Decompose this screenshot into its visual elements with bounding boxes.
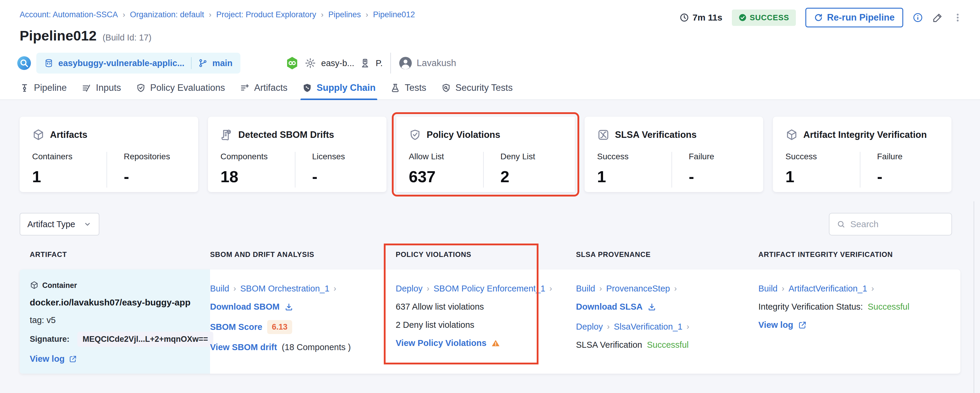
shield-search-icon <box>441 83 451 93</box>
allow-list-violations: 637 Allow list violations <box>396 302 484 312</box>
view-log-link[interactable]: View log <box>758 320 793 330</box>
slsa-icon <box>597 129 609 141</box>
external-link-icon <box>798 321 807 329</box>
artifact-integrity-cell: Build› ArtifactVerification_1› Integrity… <box>743 270 960 374</box>
artifact-type-dropdown[interactable]: Artifact Type <box>20 213 99 235</box>
stat-value: - <box>689 167 714 186</box>
view-log-link[interactable]: View log <box>30 354 65 364</box>
breadcrumb-separator: › <box>209 10 212 19</box>
integrity-step-link[interactable]: ArtifactVerification_1 <box>789 284 867 294</box>
card-title: Artifacts <box>50 129 88 140</box>
slsa-verification-label: SLSA Verification <box>576 340 642 350</box>
signature-value[interactable]: MEQCICde2Vjl...L+2+mqnOXw== <box>77 332 213 347</box>
download-icon <box>285 302 293 312</box>
sbom-stage-link[interactable]: Build <box>210 284 229 294</box>
rerun-pipeline-button[interactable]: Re-run Pipeline <box>805 8 903 27</box>
shield-check-icon <box>409 129 421 141</box>
repository-name[interactable]: easybuggy-vulnerable-applic... <box>58 58 185 68</box>
card-title: Policy Violations <box>426 129 500 140</box>
sbom-scroll-icon <box>220 129 233 141</box>
sbom-score-link[interactable]: SBOM Score <box>210 322 262 332</box>
stat-label: Licenses <box>312 152 345 161</box>
rerun-pipeline-label: Re-run Pipeline <box>827 12 895 23</box>
tab-security-tests[interactable]: Security Tests <box>441 76 512 100</box>
user-avatar-icon <box>399 56 412 70</box>
filter-row: Artifact Type <box>20 213 960 235</box>
scrollbar[interactable] <box>974 201 974 393</box>
stat-value: - <box>124 167 170 186</box>
more-options-icon[interactable] <box>953 13 963 22</box>
card-title: SLSA Verifications <box>615 129 697 140</box>
slsa-verify-step-link[interactable]: SlsaVerification_1 <box>614 322 682 332</box>
user-name: Lavakush <box>417 58 456 69</box>
build-id: (Build Id: 17) <box>103 33 151 43</box>
table-header-row: ARTIFACT SBOM AND DRIFT ANALYSIS POLICY … <box>20 251 960 259</box>
tab-inputs-label: Inputs <box>96 83 121 93</box>
artifact-cell: Container docker.io/lavakush07/easy-bugg… <box>20 270 210 374</box>
stat-label: Repositories <box>124 152 170 161</box>
tab-inputs[interactable]: Inputs <box>81 76 121 100</box>
breadcrumb-pipelines[interactable]: Pipelines <box>328 10 361 19</box>
trigger-group: easy-b... P. <box>285 56 383 70</box>
download-icon <box>648 302 656 312</box>
stat-label: Components <box>220 152 295 161</box>
breadcrumb: Account: Automation-SSCA› Organization: … <box>20 10 415 19</box>
title-row: Pipeline012 (Build Id: 17) <box>20 27 151 44</box>
breadcrumb-organization[interactable]: Organization: default <box>130 10 204 19</box>
slsa-verify-stage-link[interactable]: Deploy <box>576 322 603 332</box>
branch-name[interactable]: main <box>212 58 233 68</box>
artifact-image-name: docker.io/lavakush07/easy-buggy-app <box>30 297 210 308</box>
policy-step-link[interactable]: SBOM Policy Enforcement_1 <box>433 284 545 294</box>
tab-policy-evaluations-label: Policy Evaluations <box>150 83 225 93</box>
stat-value: - <box>877 167 903 186</box>
stat-label: Failure <box>689 152 714 161</box>
breadcrumb-separator: › <box>321 10 324 19</box>
header-actions: 7m 11s SUCCESS Re-run Pipeline <box>679 8 963 27</box>
breadcrumb-account[interactable]: Account: Automation-SSCA <box>20 10 118 19</box>
artifact-type-chip: Container <box>42 281 77 290</box>
edit-icon[interactable] <box>932 12 943 23</box>
external-link-icon <box>69 355 77 363</box>
slsa-provenance-stage-link[interactable]: Build <box>576 284 595 294</box>
repository-icon <box>44 58 54 68</box>
info-icon[interactable] <box>913 13 923 22</box>
stat-label: Failure <box>877 152 903 161</box>
inputs-icon <box>81 83 91 93</box>
cube-icon <box>786 129 798 141</box>
stat-value: - <box>312 167 345 186</box>
col-header-sbom: SBOM AND DRIFT ANALYSIS <box>210 251 388 259</box>
chevron-down-icon <box>83 220 92 228</box>
shield-check-icon <box>136 83 146 93</box>
search-box <box>829 213 952 235</box>
download-sbom-link[interactable]: Download SBOM <box>210 302 280 312</box>
tab-supply-chain-label: Supply Chain <box>317 83 375 93</box>
policy-violations-card: Policy Violations Allow List637 Deny Lis… <box>396 117 575 192</box>
policy-stage-link[interactable]: Deploy <box>396 284 422 294</box>
stat-value: 1 <box>597 167 671 186</box>
card-title: Detected SBOM Drifts <box>238 129 334 140</box>
slsa-provenance-step-link[interactable]: ProvenanceStep <box>606 284 670 294</box>
tab-tests[interactable]: Tests <box>390 76 426 100</box>
breadcrumb-project[interactable]: Project: Product Exploratory <box>216 10 316 19</box>
stat-label: Success <box>597 152 671 161</box>
tab-policy-evaluations[interactable]: Policy Evaluations <box>136 76 225 100</box>
download-slsa-link[interactable]: Download SLSA <box>576 302 643 312</box>
sbom-step-link[interactable]: SBOM Orchestration_1 <box>240 284 329 294</box>
search-input[interactable] <box>850 219 944 229</box>
sbom-drifts-card: Detected SBOM Drifts Components18 Licens… <box>208 117 387 192</box>
breadcrumb-pipeline012[interactable]: Pipeline012 <box>373 10 415 19</box>
trigger-pipeline-name[interactable]: easy-b... <box>321 58 354 68</box>
slsa-verifications-card: SLSA Verifications Success1 Failure- <box>585 117 763 192</box>
harness-ci-icon <box>285 56 299 70</box>
integrity-stage-link[interactable]: Build <box>758 284 778 294</box>
tab-supply-chain[interactable]: Supply Chain <box>302 76 375 100</box>
repository-pill[interactable]: easybuggy-vulnerable-applic... main <box>36 53 240 73</box>
tab-pipeline[interactable]: Pipeline <box>20 76 67 100</box>
search-icon <box>837 220 846 228</box>
view-sbom-drift-link[interactable]: View SBOM drift <box>210 342 277 352</box>
trigger-short-label: P. <box>376 58 383 68</box>
view-policy-violations-link[interactable]: View Policy Violations <box>396 338 487 348</box>
artifact-tag: tag: v5 <box>30 315 210 325</box>
tab-artifacts[interactable]: Artifacts <box>240 76 287 100</box>
artifact-integrity-card: Artifact Integrity Verification Success1… <box>773 117 951 192</box>
